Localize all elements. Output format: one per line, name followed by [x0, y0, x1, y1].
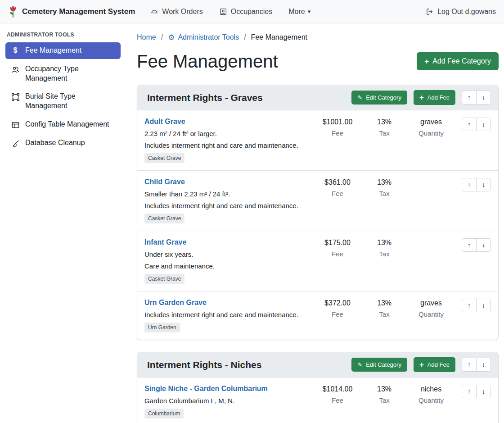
fee-move-down-button[interactable]: ↓ [476, 385, 491, 398]
fee-amount-column: $175.00Fee [314, 238, 361, 258]
fee-move-up-button[interactable]: ↑ [462, 299, 477, 312]
add-fee-category-button[interactable]: + Add Fee Category [417, 52, 499, 70]
sidebar: ADMINISTRATOR TOOLS $Fee ManagementOccup… [0, 23, 126, 423]
fee-amount-value: $361.00 [314, 178, 361, 186]
category-move-up-button[interactable]: ↑ [462, 91, 477, 104]
fee-name-link[interactable]: Child Grave [144, 178, 185, 186]
fee-categories: Interment Rights - Graves✎Edit Category+… [137, 85, 499, 423]
users-icon [11, 65, 20, 74]
fee-move-down-button[interactable]: ↓ [476, 238, 491, 252]
fee-tax-value: 13% [361, 299, 408, 307]
logout-link[interactable]: Log Out d.gowans [426, 8, 496, 16]
sidebar-heading: ADMINISTRATOR TOOLS [7, 32, 121, 38]
fee-category-card-interment-rights-graves: Interment Rights - Graves✎Edit Category+… [137, 85, 499, 340]
fee-reorder-buttons: ↑↓ [462, 178, 491, 191]
breadcrumb-admin-tools-link[interactable]: ⚙ Administrator Tools [168, 33, 239, 41]
fee-move-down-button[interactable]: ↓ [476, 178, 491, 191]
category-move-down-button[interactable]: ↓ [476, 358, 491, 371]
nav-work-orders[interactable]: Work Orders [150, 8, 202, 16]
app-logo-tulip-icon [8, 5, 18, 18]
fee-info: Child GraveSmaller than 2.23 m² / 24 ft²… [144, 178, 314, 223]
fee-amount-value: $372.00 [314, 299, 361, 307]
plus-icon: + [419, 361, 424, 368]
sidebar-item-occupancy-type-management[interactable]: Occupancy Type Management [5, 61, 121, 87]
fee-tax-label: Tax [361, 396, 408, 404]
sidebar-item-fee-management[interactable]: $Fee Management [5, 42, 121, 59]
fee-move-up-button[interactable]: ↑ [462, 238, 477, 252]
occupant-frame-icon [219, 8, 227, 16]
sidebar-item-label: Database Cleanup [25, 138, 85, 148]
fee-info: Adult Grave2.23 m² / 24 ft² or larger.In… [144, 118, 314, 163]
sidebar-item-label: Fee Management [25, 46, 81, 55]
fee-row: Infant GraveUnder six years.Care and mai… [137, 231, 498, 291]
fee-description: Smaller than 2.23 m² / 24 ft². [144, 190, 310, 198]
edit-category-label: Edit Category [366, 361, 401, 368]
category-title: Interment Rights - Graves [147, 92, 345, 103]
fee-description: Garden Columbarium L, M, N. [144, 397, 310, 405]
add-fee-button[interactable]: +Add Fee [414, 90, 455, 105]
fee-amount-value: $1014.00 [314, 385, 361, 393]
category-move-up-button[interactable]: ↑ [462, 358, 477, 371]
fee-tax-value: 13% [361, 118, 408, 126]
sidebar-item-label: Occupancy Type Management [25, 64, 115, 83]
breadcrumb-current: Fee Management [251, 33, 307, 41]
breadcrumb-admin-tools-label: Administrator Tools [178, 33, 239, 41]
fee-info: Single Niche - Garden ColumbariumGarden … [144, 385, 314, 418]
sidebar-item-burial-site-type-management[interactable]: Burial Site Type Management [5, 88, 121, 114]
nav-occupancies[interactable]: Occupancies [219, 8, 273, 16]
fee-name-link[interactable]: Urn Garden Grave [144, 299, 207, 307]
fee-reorder-buttons: ↑↓ [462, 238, 491, 252]
fee-tax-column: 13%Tax [361, 118, 408, 137]
fee-description: Care and maintenance. [144, 262, 310, 270]
plus-icon: + [419, 94, 424, 101]
add-fee-button[interactable]: +Add Fee [414, 357, 455, 372]
page-title: Fee Management [137, 51, 278, 71]
nav-more[interactable]: More ▾ [288, 8, 310, 16]
plus-icon: + [424, 58, 429, 65]
fee-name-link[interactable]: Infant Grave [144, 238, 186, 246]
main-content: Home / ⚙ Administrator Tools / Fee Manag… [126, 23, 504, 423]
fee-row: Urn Garden GraveIncludes interment right… [137, 291, 498, 340]
fee-amount-label: Fee [314, 396, 361, 404]
sidebar-item-database-cleanup[interactable]: Database Cleanup [5, 135, 121, 151]
app-title: Cemetery Management System [22, 7, 135, 16]
fee-amount-label: Fee [314, 310, 361, 318]
fee-tax-column: 13%Tax [361, 299, 408, 318]
fee-quantity-column [408, 178, 454, 178]
category-reorder-buttons: ↑↓ [462, 358, 491, 371]
category-move-down-button[interactable]: ↓ [476, 91, 491, 104]
edit-category-button[interactable]: ✎Edit Category [351, 91, 407, 105]
fee-tax-column: 13%Tax [361, 385, 408, 404]
breadcrumb-separator: / [161, 33, 163, 41]
fee-move-up-button[interactable]: ↑ [462, 118, 477, 131]
nav-occupancies-label: Occupancies [231, 8, 273, 16]
fee-tax-value: 13% [361, 385, 408, 393]
sidebar-item-label: Config Table Management [25, 120, 109, 129]
nav-more-label: More [288, 8, 305, 16]
fee-amount-column: $1014.00Fee [314, 385, 361, 404]
sidebar-item-config-table-management[interactable]: Config Table Management [5, 116, 121, 133]
breadcrumb-home-link[interactable]: Home [137, 33, 156, 41]
fee-move-up-button[interactable]: ↑ [462, 178, 477, 191]
pencil-icon: ✎ [357, 362, 362, 368]
fee-amount-label: Fee [314, 129, 361, 137]
fee-tax-column: 13%Tax [361, 178, 408, 197]
edit-category-button[interactable]: ✎Edit Category [351, 358, 407, 372]
fee-quantity-column: gravesQuantity [408, 118, 454, 137]
fee-reorder-buttons: ↑↓ [462, 118, 491, 131]
pencil-icon: ✎ [357, 95, 362, 100]
fee-description: Under six years. [144, 250, 310, 258]
fee-name-link[interactable]: Adult Grave [144, 118, 185, 126]
fee-name-link[interactable]: Single Niche - Garden Columbarium [144, 385, 268, 393]
fee-move-down-button[interactable]: ↓ [476, 299, 491, 312]
fee-move-up-button[interactable]: ↑ [462, 385, 477, 398]
category-header: Interment Rights - Graves✎Edit Category+… [137, 85, 498, 110]
fee-move-down-button[interactable]: ↓ [476, 118, 491, 131]
add-fee-label: Add Fee [428, 94, 450, 101]
page-header: Fee Management + Add Fee Category [137, 51, 499, 71]
category-header: Interment Rights - Niches✎Edit Category+… [137, 352, 498, 378]
fee-reorder-buttons: ↑↓ [462, 385, 491, 398]
table-icon [11, 121, 20, 129]
fee-amount-value: $175.00 [314, 239, 361, 247]
add-fee-label: Add Fee [428, 361, 450, 368]
